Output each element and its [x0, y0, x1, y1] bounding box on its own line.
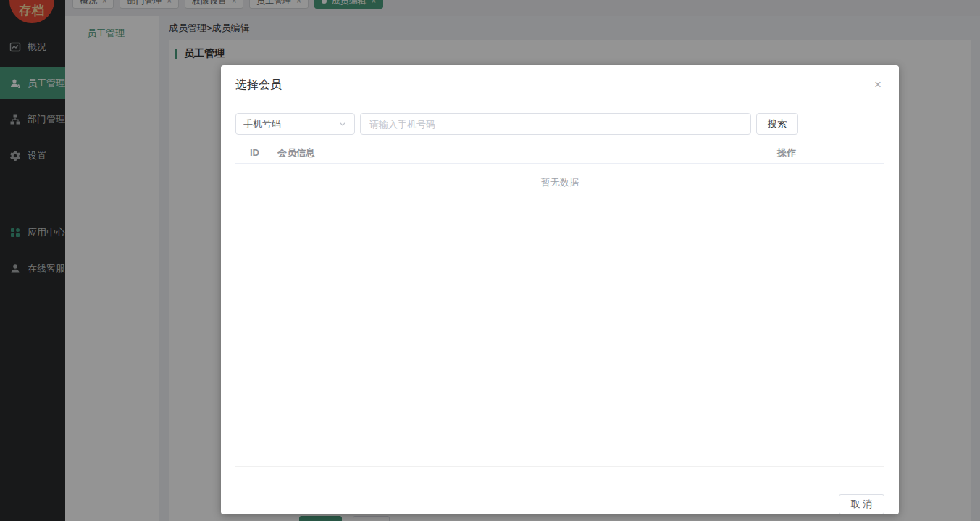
column-header-member-info: 会员信息 — [277, 146, 689, 159]
table-header: ID 会员信息 操作 — [235, 142, 884, 164]
chevron-down-icon — [338, 120, 347, 128]
phone-search-input[interactable] — [360, 113, 751, 135]
cancel-button[interactable]: 取 消 — [839, 494, 884, 514]
search-row: 手机号码 搜索 — [235, 113, 884, 135]
filter-type-value: 手机号码 — [243, 117, 281, 130]
search-button[interactable]: 搜索 — [756, 113, 798, 135]
close-icon[interactable]: × — [871, 78, 884, 92]
modal-title: 选择会员 — [235, 78, 282, 93]
empty-state-text: 暂无数据 — [221, 164, 899, 201]
select-member-modal: 选择会员 × 手机号码 搜索 ID 会员信息 操作 暂无数据 取 消 — [221, 65, 899, 514]
modal-footer: 取 消 — [235, 466, 884, 514]
modal-header: 选择会员 × — [221, 65, 899, 93]
modal-body-spacer — [221, 201, 899, 466]
filter-type-select[interactable]: 手机号码 — [235, 113, 355, 135]
column-header-id: ID — [235, 147, 277, 158]
column-header-actions: 操作 — [689, 146, 884, 159]
